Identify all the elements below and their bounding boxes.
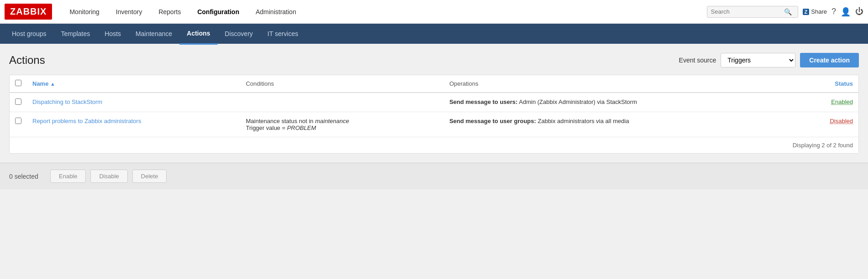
row1-checkbox-cell	[10, 93, 27, 112]
row2-checkbox-cell	[10, 112, 27, 137]
event-source-select[interactable]: Triggers Discovery Auto registration Int…	[721, 53, 795, 67]
table-header-row: Name ▲ Conditions Operations Status	[10, 75, 858, 93]
sub-navbar: Host groups Templates Hosts Maintenance …	[0, 24, 868, 44]
row2-status[interactable]: Disabled	[830, 118, 853, 124]
sub-nav-templates[interactable]: Templates	[53, 24, 97, 44]
row2-cond-italic2: PROBLEM	[287, 124, 316, 131]
select-all-checkbox[interactable]	[15, 80, 21, 86]
row1-name-cell: Dispatching to StackStorm	[27, 93, 241, 112]
bottom-bar: 0 selected Enable Disable Delete	[0, 163, 868, 189]
zshare-label: Share	[811, 8, 827, 15]
header-name[interactable]: Name ▲	[27, 75, 241, 93]
top-navbar: ZABBIX Monitoring Inventory Reports Conf…	[0, 0, 868, 24]
page-header: Actions Event source Triggers Discovery …	[9, 53, 859, 67]
header-conditions: Conditions	[241, 75, 444, 93]
page-title: Actions	[9, 54, 45, 67]
nav-reports[interactable]: Reports	[150, 0, 189, 24]
page-header-right: Event source Triggers Discovery Auto reg…	[679, 53, 859, 67]
row2-cond-mid: Trigger value =	[246, 124, 287, 131]
selected-count: 0 selected	[9, 173, 46, 180]
sub-nav-it-services[interactable]: IT services	[260, 24, 305, 44]
row2-ops-bold: Send message to user groups:	[450, 118, 536, 124]
header-status: Status	[798, 75, 858, 93]
row2-checkbox[interactable]	[15, 118, 21, 124]
row1-status[interactable]: Enabled	[831, 98, 853, 105]
row2-ops-rest: Zabbix administrators via all media	[536, 118, 629, 124]
row1-operations-cell: Send message to users: Admin (Zabbix Adm…	[444, 93, 798, 112]
nav-monitoring[interactable]: Monitoring	[61, 0, 107, 24]
row2-name-cell: Report problems to Zabbix administrators	[27, 112, 241, 137]
row1-status-cell: Enabled	[798, 93, 858, 112]
power-icon[interactable]: ⏻	[855, 7, 863, 16]
delete-button[interactable]: Delete	[132, 170, 167, 183]
nav-inventory[interactable]: Inventory	[108, 0, 151, 24]
search-input[interactable]	[711, 8, 784, 15]
row1-ops-bold: Send message to users:	[450, 98, 518, 105]
row1-conditions-cell	[241, 93, 444, 112]
nav-configuration[interactable]: Configuration	[189, 0, 247, 24]
row2-cond-italic: maintenance	[315, 118, 349, 124]
create-action-button[interactable]: Create action	[800, 53, 859, 67]
row1-checkbox[interactable]	[15, 98, 21, 105]
row2-operations-cell: Send message to user groups: Zabbix admi…	[444, 112, 798, 137]
sub-nav-host-groups[interactable]: Host groups	[5, 24, 53, 44]
row1-name-link[interactable]: Dispatching to StackStorm	[32, 98, 102, 105]
actions-table: Name ▲ Conditions Operations Status Disp…	[10, 75, 858, 137]
sub-nav-actions[interactable]: Actions	[179, 23, 217, 45]
search-box[interactable]: 🔍	[707, 6, 798, 18]
header-checkbox-col	[10, 75, 27, 93]
header-operations: Operations	[444, 75, 798, 93]
sort-arrow-icon[interactable]: ▲	[50, 81, 55, 87]
row2-cond-pre: Maintenance status not in	[246, 118, 315, 124]
sub-nav-maintenance[interactable]: Maintenance	[128, 24, 179, 44]
sub-nav-hosts[interactable]: Hosts	[97, 24, 128, 44]
top-nav-right: 🔍 Z Share ? 👤 ⏻	[707, 6, 863, 18]
disable-button[interactable]: Disable	[90, 170, 127, 183]
row1-ops-rest: Admin (Zabbix Administrator) via StackSt…	[518, 98, 637, 105]
event-source-label: Event source	[679, 57, 716, 64]
zshare-button[interactable]: Z Share	[803, 8, 827, 15]
search-icon[interactable]: 🔍	[784, 8, 792, 16]
actions-table-container: Name ▲ Conditions Operations Status Disp…	[9, 75, 859, 154]
zshare-prefix: Z	[803, 9, 810, 15]
enable-button[interactable]: Enable	[50, 170, 86, 183]
help-icon[interactable]: ?	[831, 7, 836, 16]
table-row: Dispatching to StackStorm Send message t…	[10, 93, 858, 112]
row2-status-cell: Disabled	[798, 112, 858, 137]
table-row: Report problems to Zabbix administrators…	[10, 112, 858, 137]
top-nav-links: Monitoring Inventory Reports Configurati…	[61, 0, 706, 24]
logo: ZABBIX	[5, 4, 52, 20]
main-content: Actions Event source Triggers Discovery …	[0, 44, 868, 163]
row2-conditions-cell: Maintenance status not in maintenance Tr…	[241, 112, 444, 137]
nav-administration[interactable]: Administration	[247, 0, 304, 24]
user-icon[interactable]: 👤	[841, 7, 851, 17]
row2-name-link[interactable]: Report problems to Zabbix administrators	[32, 118, 141, 124]
sub-nav-discovery[interactable]: Discovery	[218, 24, 260, 44]
table-footer: Displaying 2 of 2 found	[10, 137, 858, 153]
